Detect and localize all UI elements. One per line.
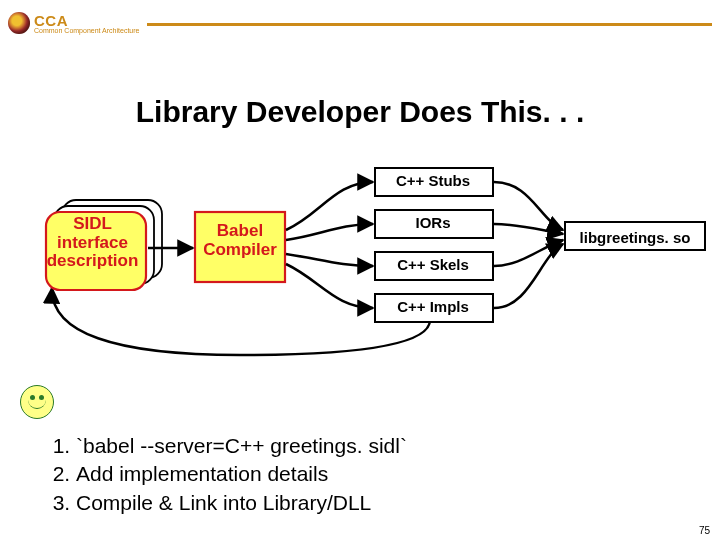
step-3: Compile & Link into Library/DLL bbox=[76, 489, 407, 517]
smiley-icon bbox=[20, 385, 54, 419]
node-iors: IORs bbox=[378, 215, 488, 232]
flow-diagram: SIDL interface description Babel Compile… bbox=[0, 160, 720, 380]
brand-abbr: CCA bbox=[34, 13, 139, 28]
header-rule bbox=[147, 23, 712, 26]
step-2: Add implementation details bbox=[76, 460, 407, 488]
cca-logo-icon bbox=[8, 12, 30, 34]
node-libgreetings: libgreetings. so bbox=[570, 230, 700, 247]
brand-full: Common Component Architecture bbox=[34, 27, 139, 34]
brand-text: CCA Common Component Architecture bbox=[34, 13, 139, 34]
node-cpp-skels: C++ Skels bbox=[378, 257, 488, 274]
slide-header: CCA Common Component Architecture bbox=[8, 8, 712, 38]
node-babel: Babel Compiler bbox=[195, 222, 285, 259]
steps-list: `babel --server=C++ greetings. sidl` Add… bbox=[48, 432, 407, 517]
node-cpp-stubs: C++ Stubs bbox=[378, 173, 488, 190]
node-sidl: SIDL interface description bbox=[40, 215, 145, 271]
node-cpp-impls: C++ Impls bbox=[378, 299, 488, 316]
step-1: `babel --server=C++ greetings. sidl` bbox=[76, 432, 407, 460]
slide-title: Library Developer Does This. . . bbox=[0, 95, 720, 129]
diagram-svg bbox=[0, 160, 720, 390]
page-number: 75 bbox=[699, 525, 710, 536]
